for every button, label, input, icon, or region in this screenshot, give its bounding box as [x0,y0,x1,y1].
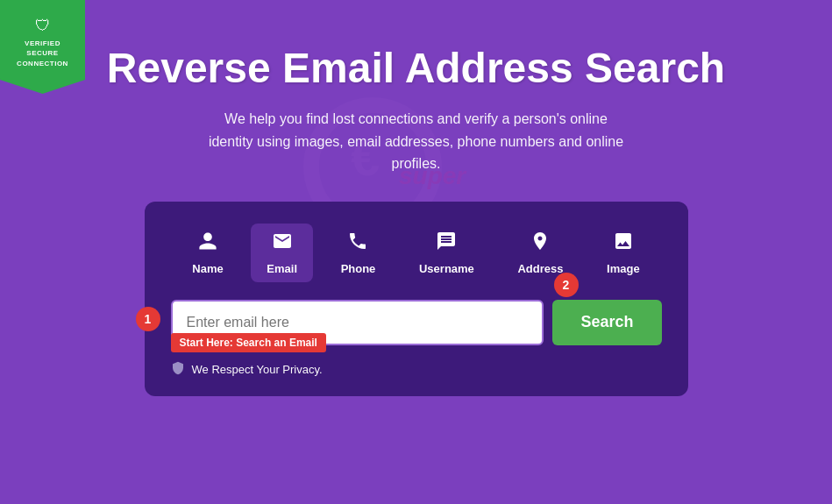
username-icon [436,231,457,257]
privacy-row: We Respect Your Privacy. [171,361,662,379]
tab-email-label: Email [267,262,297,275]
tab-image-label: Image [607,262,640,275]
secure-badge: 🛡 VERIFIED SECURE CONNECTION [0,0,85,94]
image-icon [613,231,634,257]
badge-text: VERIFIED SECURE CONNECTION [17,39,68,68]
page-subtitle: We help you find lost connections and ve… [206,108,627,175]
input-row: 2 Search Start Here: Search an Email [171,300,662,345]
address-icon [530,231,551,257]
search-card: 1 Name Email [145,202,688,396]
phone-icon [347,231,368,257]
tab-image[interactable]: Image [591,224,656,282]
name-icon [197,231,218,257]
shield-icon: 🛡 [35,17,51,35]
step-2-badge: 2 [554,273,579,297]
privacy-text: We Respect Your Privacy. [192,363,323,376]
step-1-badge: 1 [136,307,160,331]
email-icon [272,231,293,257]
start-here-label: Start Here: Search an Email [171,333,326,352]
main-content: Reverse Email Address Search We help you… [0,0,832,396]
page-title: Reverse Email Address Search [107,44,725,92]
search-tabs: Name Email Phone [171,224,662,282]
privacy-shield-icon [171,361,185,379]
search-button[interactable]: Search [552,300,661,345]
tab-address-label: Address [517,262,563,275]
tab-phone-label: Phone [341,262,376,275]
tab-username-label: Username [419,262,474,275]
tab-username[interactable]: Username [403,224,490,282]
tab-phone[interactable]: Phone [325,224,392,282]
tab-name[interactable]: Name [176,224,238,282]
tab-email[interactable]: Email [251,224,313,282]
tab-name-label: Name [192,262,223,275]
